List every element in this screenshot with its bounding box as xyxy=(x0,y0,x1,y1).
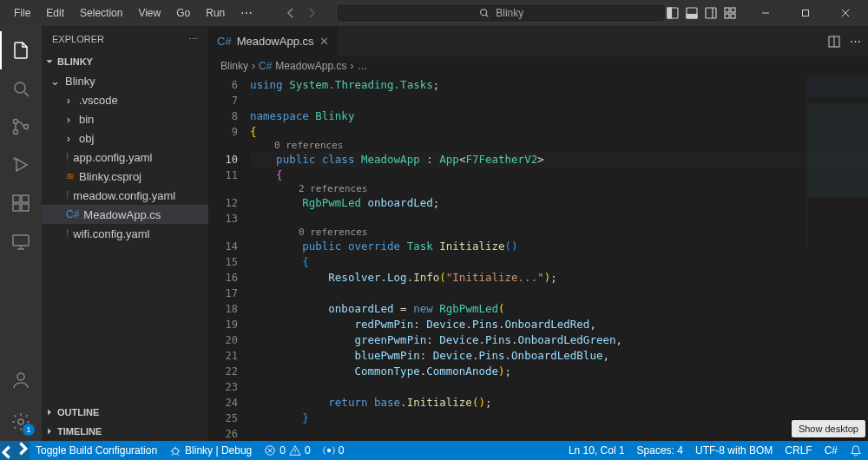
menu-run[interactable]: Run xyxy=(199,3,232,23)
nav-controls xyxy=(284,6,319,20)
status-encoding[interactable]: UTF-8 with BOM xyxy=(689,441,779,460)
status-ports[interactable]: 0 xyxy=(317,441,351,460)
menu-go[interactable]: Go xyxy=(169,3,197,23)
activity-remote[interactable] xyxy=(0,222,42,260)
toggle-primary-sidebar-icon[interactable] xyxy=(666,6,680,20)
svg-rect-17 xyxy=(13,204,20,211)
codelens[interactable]: 2 references xyxy=(250,183,868,195)
status-eol[interactable]: CRLF xyxy=(779,441,818,460)
status-problems[interactable]: 0 0 xyxy=(258,441,316,460)
minimap[interactable] xyxy=(807,76,868,249)
svg-rect-5 xyxy=(706,8,716,18)
activity-run-debug[interactable] xyxy=(0,146,42,184)
explorer-root-label: BLINKY xyxy=(57,56,93,67)
activity-settings[interactable]: 1 xyxy=(0,403,42,441)
activity-bar: 1 xyxy=(0,26,42,441)
status-bar: Toggle Build Configuration Blinky | Debu… xyxy=(0,441,868,460)
menu-edit[interactable]: Edit xyxy=(39,3,71,23)
error-icon xyxy=(264,444,276,457)
tree-folder-bin[interactable]: ›bin xyxy=(42,109,208,128)
radio-icon xyxy=(323,444,335,457)
activity-explorer[interactable] xyxy=(0,31,42,69)
tab-active[interactable]: C# MeadowApp.cs ✕ xyxy=(208,26,338,56)
close-button[interactable] xyxy=(825,0,865,26)
settings-badge: 1 xyxy=(23,424,35,436)
breadcrumb-rest[interactable]: … xyxy=(357,60,367,72)
menu-overflow[interactable]: ⋯ xyxy=(235,3,258,23)
forward-icon[interactable] xyxy=(305,6,319,20)
chevron-down-icon xyxy=(43,56,56,68)
svg-point-13 xyxy=(14,130,18,135)
activity-accounts[interactable] xyxy=(0,361,42,399)
activity-source-control[interactable] xyxy=(0,108,42,146)
toggle-secondary-sidebar-icon[interactable] xyxy=(704,6,718,20)
menu-selection[interactable]: Selection xyxy=(73,3,129,23)
window-controls xyxy=(746,0,865,26)
svg-point-25 xyxy=(327,449,331,452)
breadcrumb[interactable]: Blinky › C# MeadowApp.cs › … xyxy=(208,56,868,76)
status-notifications[interactable] xyxy=(844,441,868,460)
tree-folder-vscode[interactable]: ›.vscode xyxy=(42,90,208,109)
explorer-title: EXPLORER xyxy=(52,34,104,44)
status-language[interactable]: C# xyxy=(819,441,844,460)
status-cursor-position[interactable]: Ln 10, Col 1 xyxy=(562,441,631,460)
timeline-label: TIMELINE xyxy=(57,426,102,437)
chevron-right-icon xyxy=(43,406,56,418)
toast-show-desktop[interactable]: Show desktop xyxy=(792,420,865,437)
tree-folder-project[interactable]: ⌄Blinky xyxy=(42,71,208,90)
minimize-button[interactable] xyxy=(746,0,786,26)
breadcrumb-root[interactable]: Blinky xyxy=(220,60,248,72)
activity-search[interactable] xyxy=(0,69,42,108)
customize-layout-icon[interactable] xyxy=(723,6,737,20)
command-center[interactable]: Blinky xyxy=(336,3,666,23)
svg-rect-6 xyxy=(725,8,729,12)
line-gutter: 6789 1011 1213 1415161718192021222324252… xyxy=(208,76,250,441)
chevron-right-icon xyxy=(43,425,56,437)
back-icon[interactable] xyxy=(284,6,298,20)
tree-file-meadow-config-yaml[interactable]: !meadow.config.yaml xyxy=(42,186,208,205)
breadcrumb-file[interactable]: MeadowApp.cs xyxy=(275,60,346,72)
status-toggle-build[interactable]: Toggle Build Configuration xyxy=(30,441,163,460)
sidebar-header: EXPLORER ⋯ xyxy=(42,26,208,52)
code-content[interactable]: using System.Threading.Tasks; namespace … xyxy=(250,76,868,441)
csharp-icon: C# xyxy=(217,35,232,48)
svg-rect-2 xyxy=(667,8,672,18)
code-area[interactable]: 6789 1011 1213 1415161718192021222324252… xyxy=(208,76,868,441)
svg-rect-15 xyxy=(13,195,20,202)
svg-point-11 xyxy=(15,82,25,93)
svg-rect-18 xyxy=(22,204,29,211)
tree-file-app-config-yaml[interactable]: !app.config.yaml xyxy=(42,148,208,167)
tree-file-wifi-config-yaml[interactable]: !wifi.config.yaml xyxy=(42,224,208,243)
search-text: Blinky xyxy=(496,7,523,19)
explorer-actions-icon[interactable]: ⋯ xyxy=(188,34,198,45)
svg-rect-8 xyxy=(725,14,729,18)
tree-file-Blinky-csproj[interactable]: ≋Blinky.csproj xyxy=(42,167,208,186)
svg-point-23 xyxy=(173,448,179,454)
tab-close-icon[interactable]: ✕ xyxy=(319,35,329,48)
svg-rect-4 xyxy=(687,15,697,19)
svg-point-14 xyxy=(24,125,29,129)
status-indentation[interactable]: Spaces: 4 xyxy=(631,441,689,460)
codelens[interactable]: 0 references xyxy=(250,227,868,239)
file-tree: ⌄Blinky›.vscode›bin›obj!app.config.yaml≋… xyxy=(42,71,208,403)
activity-extensions[interactable] xyxy=(0,184,42,222)
menu-view[interactable]: View xyxy=(131,3,168,23)
maximize-button[interactable] xyxy=(786,0,825,26)
editor-tabs: C# MeadowApp.cs ✕ ⋯ xyxy=(208,26,868,56)
toggle-panel-icon[interactable] xyxy=(685,6,699,20)
codelens[interactable]: 0 references xyxy=(250,140,868,152)
explorer-root-section[interactable]: BLINKY xyxy=(42,52,208,71)
timeline-section-header[interactable]: TIMELINE xyxy=(42,422,208,441)
remote-button[interactable] xyxy=(0,441,30,460)
tab-label: MeadowApp.cs xyxy=(237,35,314,48)
tree-file-MeadowApp-cs[interactable]: C#MeadowApp.cs xyxy=(42,205,208,224)
tree-folder-obj[interactable]: ›obj xyxy=(42,128,208,148)
menu-file[interactable]: File xyxy=(7,3,37,23)
title-bar: FileEditSelectionViewGoRun ⋯ Blinky xyxy=(0,0,868,26)
status-debug-target[interactable]: Blinky | Debug xyxy=(163,441,258,460)
svg-rect-10 xyxy=(803,10,809,16)
outline-section-header[interactable]: OUTLINE xyxy=(42,403,208,422)
tab-actions-overflow[interactable]: ⋯ xyxy=(850,35,861,48)
split-editor-icon[interactable] xyxy=(827,35,841,49)
search-icon xyxy=(478,7,490,19)
